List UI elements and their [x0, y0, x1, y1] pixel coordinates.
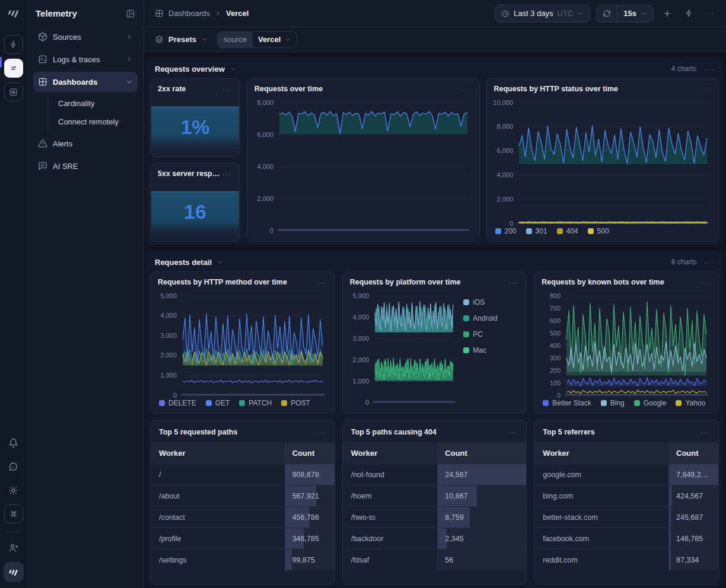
- table-row[interactable]: facebook.com 146,785: [534, 528, 718, 549]
- table-title: Top 5 referrers: [543, 428, 594, 436]
- chevron-down-icon: [285, 36, 291, 43]
- dashboards-grid-icon: [38, 77, 47, 87]
- legend-item[interactable]: Yahoo: [676, 399, 705, 407]
- column-header[interactable]: Count: [285, 442, 335, 464]
- sidebar-item-sources[interactable]: Sources: [33, 27, 138, 47]
- table-row[interactable]: /contact 456,786: [151, 506, 335, 528]
- feedback-chat-icon[interactable]: [4, 457, 23, 476]
- flows-product-icon[interactable]: [4, 82, 23, 101]
- breadcrumb-root[interactable]: Dashboards: [168, 9, 210, 18]
- table-row[interactable]: /not-found 24,567: [343, 464, 527, 485]
- legend-item[interactable]: DELETE: [159, 399, 196, 407]
- svg-text:6,000: 6,000: [257, 131, 273, 138]
- worker-cell: reddit.com: [534, 549, 668, 570]
- app-window: Telemetry Sources Logs & traces Dashboar…: [0, 0, 726, 588]
- table-row[interactable]: /profile 346,785: [151, 528, 335, 549]
- legend-item[interactable]: Google: [634, 399, 667, 407]
- breadcrumb-current: Vercel: [226, 9, 249, 18]
- more-menu-icon[interactable]: ···: [222, 170, 233, 178]
- table-row[interactable]: /backdoor 2,345: [343, 528, 527, 549]
- sidebar-item-logs-traces[interactable]: Logs & traces: [33, 49, 138, 69]
- column-header[interactable]: Worker: [343, 442, 438, 464]
- section-requests-detail: Requests detail 6 charts ··· Requests by…: [147, 250, 722, 588]
- legend-item[interactable]: Android: [463, 314, 520, 322]
- notifications-bell-icon[interactable]: [4, 433, 23, 452]
- svg-text:8,000: 8,000: [257, 99, 273, 106]
- table-row[interactable]: /hoem 10,867: [343, 485, 527, 506]
- organization-logo-tile[interactable]: [4, 562, 24, 582]
- more-menu-icon[interactable]: ···: [701, 85, 712, 93]
- stat-band: 1%: [151, 106, 239, 156]
- theme-sun-icon[interactable]: [4, 481, 23, 500]
- column-header[interactable]: Count: [437, 442, 526, 464]
- sidebar-subitem-cardinality[interactable]: Cardinality: [33, 94, 138, 113]
- legend-item[interactable]: PATCH: [239, 399, 272, 407]
- add-chart-button[interactable]: [660, 6, 675, 21]
- more-menu-icon[interactable]: ···: [222, 85, 233, 93]
- worker-cell: /settings: [151, 549, 285, 570]
- chevron-down-icon[interactable]: [216, 258, 224, 266]
- more-menu-icon[interactable]: ···: [704, 65, 715, 73]
- legend-item[interactable]: Better Stack: [543, 399, 591, 407]
- more-menu-icon[interactable]: ···: [704, 258, 715, 266]
- legend-item[interactable]: Mac: [463, 346, 520, 354]
- collapse-sidebar-icon[interactable]: [126, 9, 135, 18]
- uptime-product-icon[interactable]: [4, 35, 23, 54]
- more-menu-icon[interactable]: ···: [509, 279, 520, 286]
- legend-item[interactable]: 500: [588, 227, 609, 235]
- presets-button[interactable]: Presets: [155, 35, 208, 44]
- more-menu-icon[interactable]: ···: [461, 85, 472, 93]
- refresh-button[interactable]: [597, 5, 617, 22]
- table-row[interactable]: /settings 99,875: [151, 549, 335, 570]
- quick-actions-zap-icon[interactable]: [681, 6, 696, 21]
- legend-item[interactable]: 200: [495, 227, 517, 235]
- table-row[interactable]: /fdsaf 56: [343, 549, 527, 570]
- chart-card-platform: Requests by platform over time ··· 01,00…: [342, 271, 527, 414]
- table-row[interactable]: /hwo-to 8,759: [343, 506, 527, 528]
- clock-icon: [501, 9, 510, 18]
- more-menu-icon[interactable]: ···: [701, 279, 712, 286]
- table-row[interactable]: /about 567,921: [151, 485, 335, 506]
- more-menu-icon[interactable]: ···: [317, 279, 327, 286]
- svg-text:5,000: 5,000: [352, 292, 369, 299]
- more-menu-icon[interactable]: ···: [700, 429, 711, 436]
- legend-item[interactable]: PC: [463, 330, 520, 338]
- count-cell: 87,334: [668, 549, 718, 570]
- legend-item[interactable]: GET: [206, 399, 230, 407]
- table-row[interactable]: reddit.com 87,334: [534, 549, 718, 570]
- table-row[interactable]: better-stack.com 245,687: [534, 506, 718, 528]
- chart-title: 2xx rate: [158, 85, 186, 93]
- svg-text:10,000: 10,000: [493, 99, 513, 106]
- table-row[interactable]: / 908,678: [151, 464, 335, 485]
- sidebar-item-ai-sre[interactable]: AI SRE: [33, 156, 138, 176]
- legend-item[interactable]: 404: [557, 227, 578, 235]
- legend-item[interactable]: 301: [526, 227, 547, 235]
- more-menu-icon[interactable]: ···: [316, 429, 326, 436]
- column-header[interactable]: Worker: [151, 442, 285, 464]
- svg-text:100: 100: [550, 379, 561, 386]
- chart-canvas: 0100200300400500600700800: [538, 291, 712, 395]
- time-range-picker[interactable]: Last 3 days UTC: [495, 5, 590, 23]
- legend-item[interactable]: POST: [281, 399, 310, 407]
- telemetry-product-icon[interactable]: [4, 59, 23, 78]
- legend-item[interactable]: Bing: [601, 399, 625, 407]
- more-menu-icon[interactable]: ···: [702, 6, 718, 21]
- source-filter-pill[interactable]: source Vercel: [217, 31, 297, 48]
- more-menu-icon[interactable]: ···: [508, 429, 518, 436]
- legend-item[interactable]: iOS: [463, 298, 520, 306]
- table-row[interactable]: google.com 7,849,2…: [534, 464, 718, 485]
- sidebar-subitem-connect-remotely[interactable]: Connect remotely: [33, 113, 138, 131]
- svg-text:1,000: 1,000: [352, 378, 369, 385]
- chevron-down-icon[interactable]: [230, 65, 237, 72]
- command-menu-icon[interactable]: [4, 504, 23, 523]
- chart-card-known-bots: Requests by known bots over time ··· 010…: [534, 271, 719, 414]
- column-header[interactable]: Worker: [534, 442, 668, 464]
- invite-user-icon[interactable]: [4, 538, 23, 557]
- refresh-interval-select[interactable]: 15s: [617, 5, 653, 22]
- svg-text:200: 200: [550, 367, 561, 374]
- column-header[interactable]: Count: [668, 442, 718, 464]
- sidebar-item-dashboards[interactable]: Dashboards: [33, 72, 138, 92]
- sidebar-item-alerts[interactable]: Alerts: [33, 133, 138, 154]
- table-row[interactable]: bing.com 424,567: [534, 485, 718, 506]
- stat-value: 1%: [180, 116, 209, 147]
